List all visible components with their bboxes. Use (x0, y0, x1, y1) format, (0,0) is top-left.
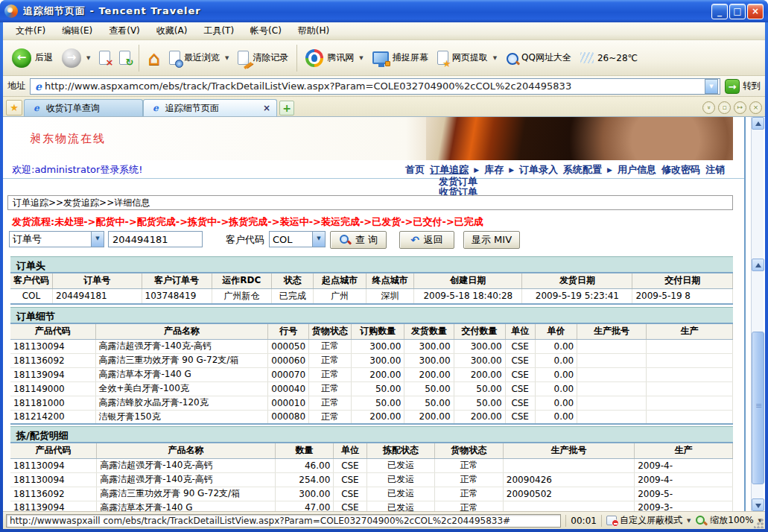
nav-change-password[interactable]: 修改密码 (661, 163, 700, 177)
nav-home[interactable]: 首页 (405, 163, 425, 177)
cell: 已发运 (366, 458, 435, 472)
cell: CSE (505, 339, 535, 353)
clear-history-button[interactable]: 清除记录 (233, 48, 293, 68)
refresh-button[interactable]: ↻ (115, 48, 135, 68)
favorites-star-icon[interactable]: ★ (6, 100, 22, 115)
extract-dropdown-icon[interactable]: ▼ (493, 55, 497, 61)
tab-close-all-icon[interactable]: × (749, 101, 762, 114)
menu-tools[interactable]: 工具(T) (197, 22, 241, 39)
cell: 高露洁超强牙膏-140克-高钙 (97, 472, 276, 487)
menu-help[interactable]: 帮助(H) (291, 22, 336, 39)
tab-pin-icon[interactable]: ↦ (734, 101, 746, 114)
back-icon: ← (12, 48, 31, 68)
tab-window-icon[interactable]: ▫ (718, 101, 731, 114)
zoom-control[interactable]: 缩放100% ▼ (695, 514, 762, 527)
recent-dropdown-icon[interactable]: ▼ (225, 55, 229, 61)
menu-view[interactable]: 查看(V) (102, 22, 147, 39)
table-row: 181136092高露洁三重功效牙膏 90 G-72支/箱300.00CSE已发… (10, 487, 733, 501)
pick-detail-table: 产品代码产品名称数量单位拣配状态货物状态生产批号生产181130094高露洁超强… (10, 442, 733, 511)
cell: 0.00 (535, 367, 577, 381)
nav-logout[interactable]: 注销 (705, 163, 725, 177)
scroll-down-icon[interactable] (752, 498, 764, 511)
back-label: 后退 (35, 51, 53, 64)
scrollbar-thumb[interactable] (752, 332, 764, 484)
customer-code-label: 客户代码 (226, 233, 264, 247)
order-field-select[interactable]: 订单号 ▼ (9, 231, 104, 247)
return-button[interactable]: ↶ 返回 (399, 231, 454, 249)
nav-inventory[interactable]: 库存 (484, 163, 504, 177)
forward-button[interactable]: → ▼ (57, 45, 95, 71)
cell: 已发运 (366, 472, 435, 487)
qq-site-button[interactable]: 腾讯网 ▼ (301, 46, 367, 70)
tab-track-detail[interactable]: e 追踪细节页面 × (143, 99, 277, 116)
cell: 正常 (435, 472, 504, 487)
cell (577, 353, 647, 367)
qq-logo-icon (305, 49, 323, 67)
nav-order-entry[interactable]: 订单录入 (519, 163, 558, 177)
nav-arrow-icon: ▶ (607, 166, 612, 174)
search-button[interactable]: 查 询 (330, 231, 387, 249)
customer-code-select[interactable]: COL ▼ (269, 231, 326, 247)
chevron-down-icon[interactable]: ▼ (312, 232, 325, 247)
cell: 50.00 (454, 396, 505, 410)
nav-user-info[interactable]: 用户信息 (618, 163, 656, 177)
go-button[interactable]: → 转到 (725, 79, 761, 94)
qq-nav-button[interactable]: QQ网址大全 (501, 48, 576, 67)
table-row: 181139094高露洁草本牙膏-140 G47.00CSE已发运正常2009-… (10, 501, 733, 511)
cell: 0.00 (535, 339, 577, 353)
cell: 181136092 (10, 487, 97, 501)
qq-nav-label: QQ网址大全 (521, 51, 571, 64)
close-button[interactable]: × (747, 4, 764, 19)
table-row: 181136092高露洁三重功效牙膏 90 G-72支/箱000060正常300… (10, 353, 733, 367)
go-label: 转到 (743, 80, 761, 92)
address-input[interactable] (45, 80, 705, 92)
stop-button[interactable]: × (95, 48, 115, 68)
page-extract-button[interactable]: ★ 网页提取 ▼ (433, 48, 501, 68)
block-mode-button[interactable]: 自定义屏蔽模式 ▼ (606, 514, 691, 527)
maximize-button[interactable]: □ (729, 4, 746, 19)
order-number-input[interactable] (108, 231, 203, 247)
menu-edit[interactable]: 编辑(E) (55, 22, 99, 39)
table-row: 181130094高露洁超强牙膏-140克-高钙46.00CSE已发运正常200… (10, 458, 733, 472)
column-header: 产品代码 (10, 443, 97, 458)
subnav-ship-order[interactable]: 发货订单 (439, 177, 477, 187)
qq-dropdown-icon[interactable]: ▼ (359, 55, 363, 61)
address-dropdown-icon[interactable]: ▼ (705, 79, 718, 94)
back-button[interactable]: ← 后退 (7, 45, 57, 71)
column-header: 起点城市 (314, 273, 366, 288)
vertical-scrollbar[interactable] (751, 117, 764, 511)
scroll-up-icon[interactable] (752, 117, 764, 130)
cell: CSE (505, 396, 535, 410)
show-miv-button[interactable]: 显示 MIV (463, 231, 520, 249)
cell: 254.00 (275, 472, 333, 487)
menu-account[interactable]: 帐号(C) (244, 22, 288, 39)
capture-screen-button[interactable]: 捕捉屏幕 (368, 48, 433, 67)
cell: CSE (505, 353, 535, 367)
menu-file[interactable]: 文件(F) (9, 22, 52, 39)
weather-widget[interactable]: 26~28℃ (576, 49, 642, 66)
status-url: http://wwwwaspxaill com/ebs/track/TrackD… (6, 514, 561, 528)
cell: 正常 (435, 501, 504, 511)
menu-favorites[interactable]: 收藏(A) (150, 22, 194, 39)
tab-list-chevrons-icon[interactable]: » (702, 101, 715, 114)
table-row: 181130094高露洁超强牙膏-140克-高钙000050正常300.0030… (10, 339, 733, 353)
recent-history-button[interactable]: 最近浏览 ▼ (165, 48, 233, 68)
pick-detail-section-title: 拣/配货明细 (10, 426, 733, 442)
site-brand: 昶东物流在线 (30, 132, 106, 146)
nav-order-tracking[interactable]: 订单追踪 (430, 163, 469, 177)
tab-receive-order-query[interactable]: e 收货订单查询 (24, 99, 143, 116)
tab-close-icon[interactable]: × (263, 103, 270, 113)
cell (577, 339, 647, 353)
scroll-up-icon[interactable] (752, 259, 764, 271)
cell (577, 381, 647, 396)
nav-system-config[interactable]: 系统配置 (563, 163, 602, 177)
chevron-down-icon[interactable]: ▼ (91, 232, 104, 247)
home-button[interactable]: ⌂ (143, 46, 165, 70)
minimize-button[interactable]: _ (711, 4, 728, 19)
cell: 181130094 (10, 339, 95, 353)
new-tab-button[interactable]: + (279, 101, 294, 115)
cell: 103748419 (142, 288, 212, 304)
forward-dropdown-icon[interactable]: ▼ (86, 55, 90, 61)
resize-grip[interactable] (754, 518, 764, 528)
cell: 已发运 (366, 501, 435, 511)
